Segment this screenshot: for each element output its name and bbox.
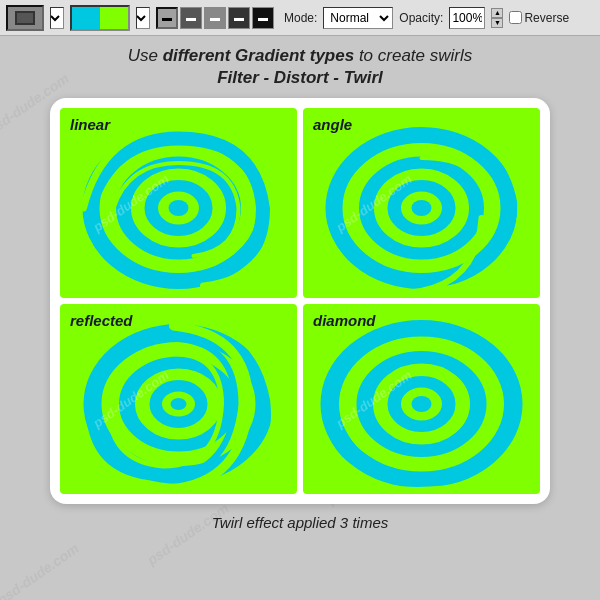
cell-reflected: reflected xyxy=(60,304,297,494)
svg-point-7 xyxy=(169,200,189,216)
blend-btn-4[interactable]: ▬ xyxy=(228,7,250,29)
swirl-svg-diamond xyxy=(303,304,540,494)
mode-dropdown[interactable]: Normal xyxy=(323,7,393,29)
swirl-svg-angle xyxy=(303,108,540,298)
gradient-grid: linear psd-dude.com xyxy=(60,108,540,494)
opacity-up-arrow[interactable]: ▲ xyxy=(491,8,503,18)
cell-label-linear: linear xyxy=(70,116,110,133)
swirl-svg-linear xyxy=(60,108,297,298)
blend-mode-buttons: ▬ ▬ ▬ ▬ ▬ xyxy=(156,7,274,29)
reverse-checkbox[interactable] xyxy=(509,11,522,24)
cell-label-reflected: reflected xyxy=(70,312,133,329)
footer-text: Twirl effect applied 3 times xyxy=(20,514,580,531)
reverse-checkbox-label[interactable]: Reverse xyxy=(509,11,569,25)
blend-btn-5[interactable]: ▬ xyxy=(252,7,274,29)
tool-arrow-select[interactable]: ▼ xyxy=(50,7,64,29)
mode-label: Mode: xyxy=(284,11,317,25)
opacity-input[interactable]: 100% xyxy=(449,7,485,29)
opacity-arrows: ▲ ▼ xyxy=(491,8,503,28)
gradient-type-select[interactable]: ▼ xyxy=(136,7,150,29)
blend-btn-1[interactable]: ▬ xyxy=(156,7,178,29)
blend-btn-3[interactable]: ▬ xyxy=(204,7,226,29)
main-content: Use different Gradient types to create s… xyxy=(0,36,600,539)
tool-selector[interactable] xyxy=(6,5,44,31)
toolbar: ▼ ▼ ▬ ▬ ▬ ▬ ▬ Mode: Normal Opacity: 100%… xyxy=(0,0,600,36)
cell-diamond: diamond psd-dude.com xyxy=(303,304,540,494)
tool-box-inner xyxy=(15,11,35,25)
heading-line2: Filter - Distort - Twirl xyxy=(20,68,580,88)
swirl-svg-reflected xyxy=(60,304,297,494)
svg-point-23 xyxy=(171,398,187,410)
gradient-grid-panel: linear psd-dude.com xyxy=(50,98,550,504)
gradient-color-swatch[interactable] xyxy=(70,5,130,31)
body-wm-9: psd-dude.com xyxy=(0,540,82,600)
cell-label-diamond: diamond xyxy=(313,312,376,329)
opacity-down-arrow[interactable]: ▼ xyxy=(491,18,503,28)
cell-angle: angle psd-dude.com xyxy=(303,108,540,298)
cell-linear: linear psd-dude.com xyxy=(60,108,297,298)
svg-point-31 xyxy=(412,396,432,412)
svg-point-15 xyxy=(412,200,432,216)
heading-line1: Use different Gradient types to create s… xyxy=(20,46,580,66)
opacity-label: Opacity: xyxy=(399,11,443,25)
blend-btn-2[interactable]: ▬ xyxy=(180,7,202,29)
cell-label-angle: angle xyxy=(313,116,352,133)
